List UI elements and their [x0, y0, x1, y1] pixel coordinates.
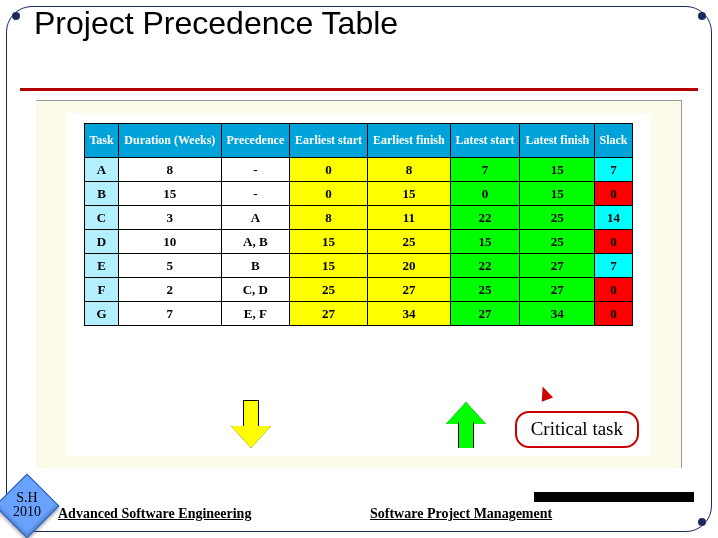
cell: 15: [520, 182, 595, 206]
arrow-down-icon: [231, 402, 271, 450]
table-row: D10A, B152515250: [85, 230, 633, 254]
corner-dot: [698, 12, 706, 20]
cell: 20: [368, 254, 451, 278]
cell: 14: [594, 206, 632, 230]
author-badge-text: S.H 2010: [7, 491, 47, 520]
cell: 27: [520, 278, 595, 302]
cell: 25: [290, 278, 368, 302]
cell: 7: [594, 254, 632, 278]
title-divider: [20, 88, 698, 91]
footer-bar: [534, 492, 694, 502]
col-header: Latest finish: [520, 124, 595, 158]
cell: E: [85, 254, 119, 278]
cell: 7: [594, 158, 632, 182]
cell: 27: [368, 278, 451, 302]
col-header: Duration (Weeks): [119, 124, 222, 158]
cell: 0: [450, 182, 520, 206]
cell: 15: [520, 158, 595, 182]
col-header: Slack: [594, 124, 632, 158]
cell: 8: [368, 158, 451, 182]
cell: B: [221, 254, 289, 278]
cell: 3: [119, 206, 222, 230]
table-row: E5B152022277: [85, 254, 633, 278]
cell: 0: [594, 302, 632, 326]
cell: 27: [290, 302, 368, 326]
corner-dot: [12, 12, 20, 20]
table-container: TaskDuration (Weeks)PrecedenceEarliest s…: [66, 113, 651, 456]
cell: 22: [450, 254, 520, 278]
callout-pointer: [537, 384, 553, 401]
cell: 0: [594, 230, 632, 254]
page-title: Project Precedence Table: [34, 6, 398, 41]
cell: 0: [290, 158, 368, 182]
table-row: F2C, D252725270: [85, 278, 633, 302]
badge-line1: S.H: [16, 490, 37, 505]
cell: -: [221, 158, 289, 182]
arrow-up-icon: [446, 402, 486, 450]
cell: 27: [450, 302, 520, 326]
footer: S.H 2010 Advanced Software Engineering S…: [0, 486, 718, 526]
cell: 34: [368, 302, 451, 326]
footer-left-text: Advanced Software Engineering: [58, 506, 251, 522]
cell: C: [85, 206, 119, 230]
cell: 5: [119, 254, 222, 278]
cell: A, B: [221, 230, 289, 254]
table-row: C3A811222514: [85, 206, 633, 230]
cell: 0: [594, 278, 632, 302]
cell: 25: [450, 278, 520, 302]
cell: C, D: [221, 278, 289, 302]
col-header: Earliest start: [290, 124, 368, 158]
cell: F: [85, 278, 119, 302]
cell: 15: [368, 182, 451, 206]
col-header: Task: [85, 124, 119, 158]
cell: 15: [119, 182, 222, 206]
cell: E, F: [221, 302, 289, 326]
cell: 25: [520, 206, 595, 230]
content-area: TaskDuration (Weeks)PrecedenceEarliest s…: [36, 100, 682, 468]
cell: 25: [520, 230, 595, 254]
cell: 15: [290, 254, 368, 278]
cell: 10: [119, 230, 222, 254]
cell: 34: [520, 302, 595, 326]
cell: 8: [290, 206, 368, 230]
footer-right-text: Software Project Management: [370, 506, 552, 522]
cell: 15: [290, 230, 368, 254]
cell: 7: [119, 302, 222, 326]
table-row: A8-087157: [85, 158, 633, 182]
table-row: B15-0150150: [85, 182, 633, 206]
cell: 27: [520, 254, 595, 278]
table-row: G7E, F273427340: [85, 302, 633, 326]
col-header: Earliest finish: [368, 124, 451, 158]
cell: 2: [119, 278, 222, 302]
cell: B: [85, 182, 119, 206]
cell: 25: [368, 230, 451, 254]
cell: 8: [119, 158, 222, 182]
cell: A: [85, 158, 119, 182]
cell: 11: [368, 206, 451, 230]
cell: 7: [450, 158, 520, 182]
badge-line2: 2010: [13, 504, 41, 519]
cell: D: [85, 230, 119, 254]
cell: G: [85, 302, 119, 326]
cell: 0: [594, 182, 632, 206]
precedence-table: TaskDuration (Weeks)PrecedenceEarliest s…: [84, 123, 633, 326]
cell: 0: [290, 182, 368, 206]
col-header: Latest start: [450, 124, 520, 158]
critical-task-callout: Critical task: [515, 411, 639, 448]
cell: -: [221, 182, 289, 206]
cell: 22: [450, 206, 520, 230]
cell: A: [221, 206, 289, 230]
cell: 15: [450, 230, 520, 254]
col-header: Precedence: [221, 124, 289, 158]
